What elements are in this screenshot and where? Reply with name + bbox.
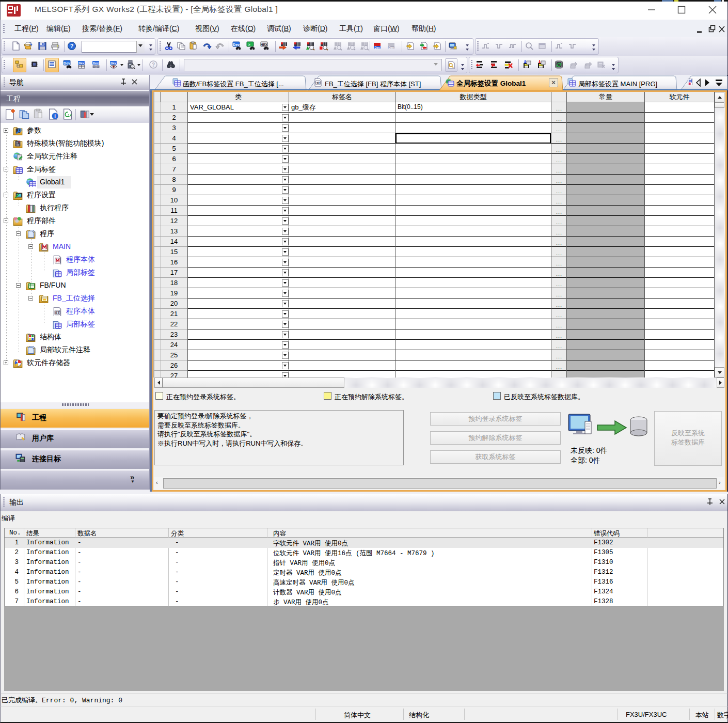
svg-text:Dev: Dev <box>374 46 380 49</box>
svg-text:Dev: Dev <box>64 61 70 65</box>
svg-text:ST: ST <box>55 310 60 315</box>
svg-text:?: ? <box>152 62 155 68</box>
svg-text:Dev: Dev <box>93 61 99 65</box>
svg-text:Dev: Dev <box>388 46 394 49</box>
svg-text:Dev: Dev <box>233 43 240 46</box>
svg-text:i: i <box>54 113 56 119</box>
svg-text:Dev: Dev <box>110 61 117 65</box>
svg-text:?: ? <box>70 43 74 49</box>
svg-text:st: st <box>316 81 320 85</box>
svg-text:>_: >_ <box>248 43 252 46</box>
svg-text:Dev: Dev <box>78 61 85 65</box>
svg-text:HEX: HEX <box>261 43 268 46</box>
